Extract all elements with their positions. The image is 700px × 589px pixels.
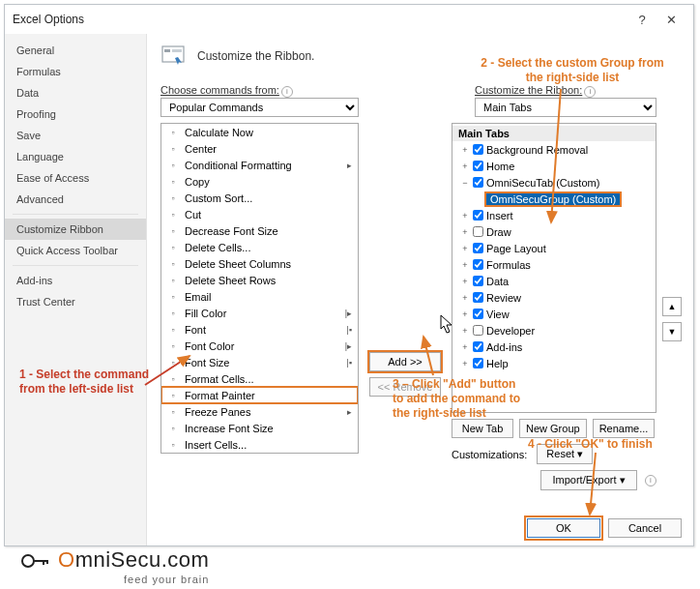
tree-node[interactable]: +Developer — [452, 322, 656, 339]
cancel-button[interactable]: Cancel — [608, 518, 682, 538]
command-icon: ▫ — [165, 241, 181, 254]
sidebar-category[interactable]: Trust Center — [5, 291, 146, 312]
command-item[interactable]: ▫Calculate Now — [161, 124, 358, 140]
sidebar-category[interactable]: Quick Access Toolbar — [5, 240, 146, 261]
tree-checkbox[interactable] — [473, 358, 483, 368]
customize-ribbon-label: Customize the Ribbon: — [475, 84, 582, 96]
tree-node[interactable]: +Page Layout — [452, 240, 656, 256]
tree-node[interactable]: +View — [452, 306, 656, 322]
command-item[interactable]: ▫Cut — [161, 206, 358, 222]
tree-node[interactable]: +Background Removal — [452, 141, 656, 158]
rename-button[interactable]: Rename... — [593, 419, 656, 438]
move-down-button[interactable]: ▼ — [662, 322, 682, 341]
tree-checkbox[interactable] — [473, 309, 483, 319]
command-icon: ▫ — [165, 372, 181, 386]
sidebar-category[interactable]: Proofing — [5, 103, 146, 125]
reset-button[interactable]: Reset ▾ — [537, 444, 593, 464]
sidebar-category[interactable]: Add-ins — [5, 270, 146, 291]
tree-checkbox[interactable] — [473, 259, 483, 270]
tree-checkbox[interactable] — [473, 292, 483, 303]
sidebar-category[interactable]: Data — [5, 82, 146, 103]
sidebar-category[interactable]: Save — [5, 125, 146, 146]
tree-node[interactable]: +Formulas — [452, 256, 656, 273]
info-icon[interactable]: i — [281, 86, 293, 98]
command-icon: ▫ — [165, 191, 181, 205]
help-button[interactable]: ? — [627, 9, 656, 30]
tree-node[interactable]: OmniSecuGroup (Custom) — [452, 191, 656, 207]
sidebar-category[interactable]: Language — [5, 146, 146, 167]
command-icon: ▫ — [165, 126, 181, 139]
command-icon: ▫ — [165, 339, 181, 353]
heading-text: Customize the Ribbon. — [197, 49, 314, 63]
sidebar-category[interactable]: Formulas — [5, 61, 146, 82]
customize-ribbon-combo[interactable]: Main Tabs — [475, 98, 656, 117]
tree-checkbox[interactable] — [473, 325, 483, 336]
command-item[interactable]: ▫Delete Cells... — [161, 239, 358, 255]
info-icon[interactable]: i — [584, 86, 596, 98]
tree-checkbox[interactable] — [473, 341, 483, 352]
command-item[interactable]: ▫Delete Sheet Rows — [161, 272, 358, 288]
command-item[interactable]: ▫Copy — [161, 173, 358, 190]
command-item[interactable]: ▫Custom Sort... — [161, 190, 358, 206]
command-item[interactable]: ▫Increase Font Size — [161, 420, 358, 436]
new-tab-button[interactable]: New Tab — [452, 419, 513, 438]
tree-checkbox[interactable] — [473, 161, 483, 171]
svg-rect-8 — [33, 560, 48, 562]
commands-listbox[interactable]: ▫Calculate Now▫Center▫Conditional Format… — [160, 123, 359, 454]
command-icon: ▫ — [165, 422, 181, 435]
tree-header: Main Tabs — [452, 126, 656, 141]
command-item[interactable]: ▫Decrease Font Size — [161, 222, 358, 239]
tree-node[interactable]: +Insert — [452, 207, 656, 223]
tree-checkbox[interactable] — [473, 210, 483, 221]
command-icon: ▫ — [165, 389, 181, 402]
sidebar-category[interactable]: Advanced — [5, 189, 146, 210]
info-icon[interactable]: i — [645, 475, 656, 486]
command-item[interactable]: ▫Font Color|▸ — [161, 338, 358, 354]
command-item[interactable]: ▫Center — [161, 140, 358, 157]
close-button[interactable]: ✕ — [656, 9, 685, 30]
import-export-button[interactable]: Import/Export ▾ — [540, 470, 637, 490]
command-item[interactable]: ▫Font Size|▪ — [161, 354, 358, 370]
tree-checkbox[interactable] — [473, 144, 483, 155]
tree-node[interactable]: +Help — [452, 355, 656, 371]
tree-checkbox[interactable] — [473, 226, 483, 237]
tree-checkbox[interactable] — [473, 276, 483, 286]
sidebar-category[interactable]: Customize Ribbon — [5, 219, 146, 240]
omnisecu-logo: OmniSecu.com feed your brain — [21, 547, 209, 585]
command-item[interactable]: ▫Fill Color|▸ — [161, 305, 358, 321]
remove-button[interactable]: << Remove — [369, 377, 441, 397]
ok-button[interactable]: OK — [527, 518, 600, 538]
command-icon: ▫ — [165, 257, 181, 271]
tree-node[interactable]: −OmniSecuTab (Custom) — [452, 174, 656, 191]
add-button[interactable]: Add >> — [369, 352, 441, 371]
command-icon: ▫ — [165, 405, 181, 419]
tree-node[interactable]: +Review — [452, 289, 656, 306]
tree-checkbox[interactable] — [473, 177, 483, 188]
titlebar: Excel Options ? ✕ — [5, 5, 693, 34]
command-item[interactable]: ▫Format Painter — [161, 387, 358, 403]
move-up-button[interactable]: ▲ — [662, 297, 682, 316]
tree-node[interactable]: +Add-ins — [452, 339, 656, 355]
command-item[interactable]: ▫Insert Function... — [161, 453, 358, 454]
choose-commands-combo[interactable]: Popular Commands — [160, 98, 359, 117]
command-item[interactable]: ▫Insert Cells... — [161, 436, 358, 453]
command-item[interactable]: ▫Conditional Formatting▸ — [161, 157, 358, 173]
tree-checkbox[interactable] — [473, 243, 483, 253]
choose-commands-label: Choose commands from: — [160, 84, 279, 96]
customizations-label: Customizations: — [452, 449, 527, 460]
tree-node[interactable]: +Draw — [452, 223, 656, 240]
command-item[interactable]: ▫Freeze Panes▸ — [161, 403, 358, 420]
command-item[interactable]: ▫Format Cells... — [161, 370, 358, 387]
command-item[interactable]: ▫Email — [161, 288, 358, 305]
command-icon: ▫ — [165, 438, 181, 452]
sidebar-category[interactable]: Ease of Access — [5, 167, 146, 189]
command-icon: ▫ — [165, 323, 181, 337]
tree-node[interactable]: +Home — [452, 158, 656, 174]
tree-node[interactable]: +Data — [452, 273, 656, 289]
command-item[interactable]: ▫Delete Sheet Columns — [161, 255, 358, 272]
main-panel: Customize the Ribbon. Choose commands fr… — [147, 34, 693, 545]
command-item[interactable]: ▫Font|▪ — [161, 321, 358, 338]
new-group-button[interactable]: New Group — [519, 419, 587, 438]
sidebar-category[interactable]: General — [5, 40, 146, 61]
ribbon-tree[interactable]: Main Tabs +Background Removal+Home−OmniS… — [452, 123, 656, 413]
